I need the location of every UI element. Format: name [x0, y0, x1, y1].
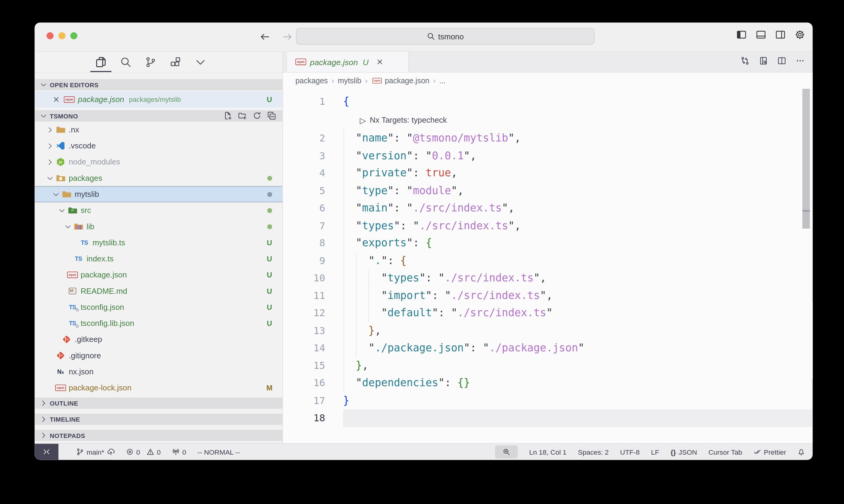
code-line-2[interactable]: 2 "name": "@tsmono/mytslib", — [283, 130, 812, 147]
status-language-mode[interactable]: {}JSON — [671, 448, 697, 456]
breadcrumb-item-mytslib[interactable]: mytslib — [338, 76, 361, 85]
close-tab-icon[interactable] — [376, 58, 384, 66]
tree-item-package.json[interactable]: npmpackage.jsonU — [35, 267, 282, 283]
code-line-8[interactable]: 8 "exports": { — [283, 234, 812, 252]
code-line-7[interactable]: 7 "types": "./src/index.ts", — [283, 217, 812, 235]
status-remote-indicator[interactable] — [35, 444, 58, 460]
chevron-down-icon[interactable] — [46, 175, 55, 181]
back-button[interactable] — [257, 30, 271, 43]
status-formatter[interactable]: Prettier — [754, 448, 787, 456]
toggle-panel-button[interactable] — [756, 30, 766, 42]
tree-item-tsconfig.lib.json[interactable]: TS⚙tsconfig.lib.jsonU — [35, 315, 282, 331]
chevron-down-icon[interactable] — [52, 191, 61, 198]
toggle-secondary-sidebar-button[interactable] — [775, 30, 786, 42]
code-line-5[interactable]: 5 "type": "module", — [283, 182, 812, 200]
tree-item-packages[interactable]: ▣packages — [35, 170, 282, 186]
refresh-explorer-button[interactable] — [253, 111, 261, 121]
open-editors-header[interactable]: OPEN EDITORS — [35, 79, 282, 90]
split-icon — [777, 56, 786, 65]
close-editor-icon[interactable] — [52, 96, 60, 103]
activity-explorer[interactable] — [95, 56, 106, 68]
new-folder-button[interactable] — [238, 111, 247, 121]
section-outline[interactable]: OUTLINE — [35, 397, 282, 409]
editor-scrollbar[interactable] — [803, 89, 810, 443]
status-eol[interactable]: LF — [651, 448, 659, 456]
breadcrumb-item-...[interactable]: ... — [439, 76, 446, 85]
tab-package-json[interactable]: npm package.json U — [288, 52, 409, 72]
tree-item-mytslib.ts[interactable]: TSmytslib.tsU — [35, 234, 282, 251]
tree-item-.gitkeep[interactable]: .gitkeep — [35, 331, 282, 347]
git-modified-dot — [263, 222, 275, 231]
tree-item-node_modules[interactable]: jsnode_modules — [35, 154, 282, 170]
code-line-12[interactable]: 12 "default": "./src/index.ts" — [283, 304, 812, 322]
explorer-section-header[interactable]: TSMONO — [35, 110, 282, 122]
code-line-9[interactable]: 9 ".": { — [283, 252, 812, 270]
code-line-14[interactable]: 14 "./package.json": "./package.json" — [283, 340, 812, 357]
breadcrumb-item-packages[interactable]: packages — [295, 76, 328, 85]
status-cursor-tab[interactable]: Cursor Tab — [708, 448, 742, 456]
tree-item-lib[interactable]: lib — [35, 218, 282, 234]
zoom-window-button[interactable] — [70, 32, 77, 39]
status-notifications[interactable] — [798, 448, 805, 455]
chevron-right-icon[interactable] — [46, 142, 55, 149]
open-editor-item[interactable]: npm package.json packages/mytslib U — [35, 91, 282, 108]
open-preview-button[interactable] — [759, 56, 768, 67]
chevron-right-icon[interactable] — [46, 126, 55, 133]
activity-search[interactable] — [120, 56, 131, 68]
tree-item-nx.json[interactable]: Nxnx.json — [35, 363, 282, 379]
tree-item-src[interactable]: ‹›src — [35, 202, 282, 218]
code-line-3[interactable]: 3 "version": "0.0.1", — [283, 147, 812, 165]
activity-extensions[interactable] — [170, 56, 181, 68]
chevron-right-icon[interactable] — [46, 158, 55, 165]
settings-button[interactable] — [795, 30, 805, 42]
tree-item-README.md[interactable]: M↓README.mdU — [35, 283, 282, 299]
tree-item-.nx[interactable]: .nx — [35, 122, 282, 138]
status-vim-mode[interactable]: -- NORMAL -- — [198, 448, 240, 456]
code-line-1[interactable]: 1{ — [283, 93, 812, 111]
split-editor-button[interactable] — [777, 56, 786, 67]
code-line-6[interactable]: 6 "main": "./src/index.ts", — [283, 200, 812, 217]
tree-item-index.ts[interactable]: TSindex.tsU — [35, 251, 282, 267]
code-line-18[interactable]: 18 — [283, 409, 812, 427]
tree-item-package-lock.json[interactable]: npmpackage-lock.jsonM — [35, 380, 282, 394]
status-git-branch-status[interactable]: main* — [76, 448, 115, 456]
code-line-4[interactable]: 4 "private": true, — [283, 164, 812, 182]
chevron-right-icon — [40, 399, 47, 407]
code-line-13[interactable]: 13 }, — [283, 322, 812, 340]
status-zoom-indicator[interactable] — [495, 445, 518, 458]
new-file-button[interactable] — [223, 111, 232, 121]
code-line-16[interactable]: 16 "dependencies": {} — [283, 374, 812, 392]
code-editor[interactable]: 1{▷Nx Targets: typecheck2 "name": "@tsmo… — [283, 89, 812, 443]
code-line-11[interactable]: 11 "import": "./src/index.ts", — [283, 287, 812, 304]
section-timeline[interactable]: TIMELINE — [35, 414, 282, 425]
chevron-down-icon[interactable] — [58, 207, 67, 214]
codelens-nx-targets[interactable]: ▷Nx Targets: typecheck — [360, 111, 447, 130]
more-actions-button[interactable] — [796, 56, 805, 67]
sidebar-bottom-sections: OUTLINETIMELINENOTEPADS — [35, 394, 282, 444]
code-line-15[interactable]: 15 }, — [283, 357, 812, 374]
tree-item-.gitignore[interactable]: .gitignore — [35, 347, 282, 363]
toggle-primary-sidebar-button[interactable] — [736, 30, 747, 42]
open-changes-button[interactable] — [741, 56, 750, 67]
status-indentation[interactable]: Spaces: 2 — [578, 448, 609, 456]
status-ports[interactable]: 0 — [172, 448, 186, 456]
activity-source-control[interactable] — [145, 56, 156, 68]
status-problems[interactable]: 00 — [126, 448, 161, 456]
forward-button[interactable] — [280, 30, 294, 43]
status-encoding[interactable]: UTF-8 — [620, 448, 640, 456]
code-line-10[interactable]: 10 "types": "./src/index.ts", — [283, 270, 812, 287]
close-window-button[interactable] — [46, 32, 53, 39]
collapse-folders-button[interactable] — [268, 111, 276, 121]
breadcrumb-item-package.json[interactable]: npmpackage.json — [372, 76, 430, 85]
activity-more-views[interactable] — [195, 56, 206, 68]
chevron-down-icon[interactable] — [64, 223, 72, 230]
tree-item-tsconfig.json[interactable]: TS⚙tsconfig.jsonU — [35, 299, 282, 315]
status-cursor-position[interactable]: Ln 18, Col 1 — [529, 448, 567, 456]
command-center-search[interactable]: tsmono — [296, 28, 595, 44]
tree-item-mytslib[interactable]: mytslib — [35, 186, 282, 202]
svg-text:js: js — [59, 160, 62, 164]
minimize-window-button[interactable] — [58, 32, 66, 39]
tree-item-.vscode[interactable]: .vscode — [35, 138, 282, 154]
code-line-17[interactable]: 17} — [283, 392, 812, 410]
section-notepads[interactable]: NOTEPADS — [35, 430, 282, 441]
